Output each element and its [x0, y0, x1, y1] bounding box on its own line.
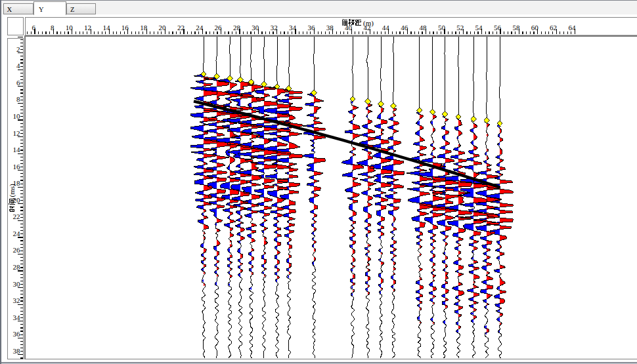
svg-text:(m): (m): [363, 19, 374, 28]
svg-text:64: 64: [568, 24, 576, 31]
svg-text:62: 62: [550, 24, 557, 31]
svg-text:20: 20: [159, 24, 167, 31]
svg-text:36: 36: [307, 24, 315, 31]
svg-text:4: 4: [16, 62, 20, 70]
svg-text:10: 10: [13, 112, 21, 120]
svg-text:8: 8: [51, 24, 55, 31]
svg-text:32: 32: [13, 296, 20, 304]
svg-text:24: 24: [13, 230, 21, 237]
svg-text:6: 6: [32, 24, 36, 31]
svg-text:22: 22: [177, 24, 185, 31]
svg-text:54: 54: [475, 24, 483, 31]
svg-text:10: 10: [66, 24, 74, 31]
svg-text:14: 14: [102, 24, 110, 31]
svg-text:22: 22: [13, 212, 20, 220]
svg-text:52: 52: [456, 24, 464, 31]
svg-text:58: 58: [512, 24, 520, 31]
svg-text:46: 46: [401, 24, 408, 31]
svg-text:38: 38: [13, 347, 21, 355]
svg-text:28: 28: [233, 24, 241, 31]
svg-text:30: 30: [13, 280, 21, 288]
svg-text:34: 34: [289, 24, 297, 31]
svg-text:56: 56: [494, 24, 502, 31]
svg-text:28: 28: [13, 263, 21, 271]
svg-text:60: 60: [531, 24, 539, 31]
svg-text:34: 34: [13, 313, 21, 321]
svg-text:12: 12: [13, 129, 20, 137]
svg-text:30: 30: [252, 24, 259, 31]
svg-text:2: 2: [16, 45, 20, 53]
svg-text:18: 18: [140, 24, 148, 31]
svg-text:26: 26: [215, 24, 223, 31]
svg-text:12: 12: [84, 24, 91, 31]
svg-text:44: 44: [382, 24, 390, 31]
svg-text:36: 36: [13, 330, 21, 338]
svg-text:26: 26: [13, 246, 21, 254]
svg-text:50: 50: [438, 24, 446, 31]
svg-text:8: 8: [16, 95, 20, 103]
svg-text:14: 14: [13, 146, 21, 153]
svg-text:38: 38: [326, 24, 334, 31]
svg-text:16: 16: [121, 24, 129, 31]
svg-text:(ms): (ms): [8, 184, 16, 197]
svg-text:24: 24: [196, 24, 204, 31]
svg-text:32: 32: [271, 24, 278, 31]
svg-text:48: 48: [420, 24, 428, 31]
svg-text:16: 16: [13, 163, 21, 171]
svg-text:6: 6: [16, 79, 20, 87]
